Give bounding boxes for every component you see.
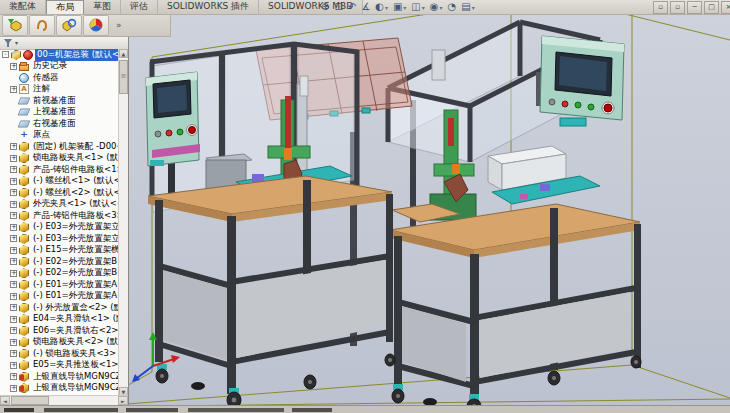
tree-vertical-scrollbar[interactable]: ▲ ▼: [118, 49, 128, 396]
tree-item[interactable]: +(-) E02=外壳放置架B<2: [0, 268, 119, 280]
tree-item[interactable]: +E05=夹具推送板<1>->: [0, 360, 119, 372]
filter-funnel-icon[interactable]: [3, 38, 13, 48]
expand-toggle[interactable]: +: [10, 155, 17, 162]
panel-button[interactable]: [562, 101, 568, 107]
expand-toggle[interactable]: +: [10, 270, 17, 277]
tab-4[interactable]: SOLIDWORKS 插件: [158, 0, 259, 14]
tree-item[interactable]: +(-) E01=外壳放置架A<1: [0, 279, 119, 291]
tab-0[interactable]: 装配体: [0, 0, 46, 14]
zoom-area-icon[interactable]: ⊡: [333, 1, 343, 14]
tree-item[interactable]: +锁电路板夹具<1> (默认: [0, 153, 119, 165]
panel-button[interactable]: [155, 131, 161, 137]
scroll-left-button[interactable]: ◄: [0, 396, 10, 405]
dropdown-arrow-icon[interactable]: ▾: [440, 4, 443, 11]
hide-show-items-icon[interactable]: ◉▾: [429, 1, 444, 14]
emergency-stop-button[interactable]: [189, 127, 196, 134]
tree-item[interactable]: +上视基准面: [0, 107, 119, 119]
emergency-stop-button[interactable]: [604, 104, 612, 112]
tab-3[interactable]: 评估: [121, 0, 158, 14]
tree-item[interactable]: +产品-铸铝件电路板<3>: [0, 210, 119, 222]
expand-toggle[interactable]: +: [10, 178, 17, 185]
tree-item[interactable]: +(-) E03=外壳放置架立柱: [0, 222, 119, 234]
dropdown-arrow-icon[interactable]: ▾: [422, 4, 425, 11]
tree-item[interactable]: +(-) 螺丝机<2> (默认<<默: [0, 187, 119, 199]
expand-toggle[interactable]: +: [10, 189, 17, 196]
dropdown-arrow-icon[interactable]: ▾: [385, 4, 388, 11]
tree-item[interactable]: +(-) 锁电路板夹具<3> (默: [0, 348, 119, 360]
panel-button[interactable]: [575, 102, 581, 108]
section-view-icon[interactable]: ◐▾: [374, 1, 389, 14]
minimize-window-button[interactable]: ─: [687, 1, 702, 14]
tree-item[interactable]: +A注解: [0, 84, 119, 96]
tree-item[interactable]: +传感器: [0, 72, 119, 84]
scroll-right-button[interactable]: ►: [118, 396, 128, 405]
right-control-panel[interactable]: [536, 36, 624, 126]
expand-toggle[interactable]: +: [10, 235, 17, 242]
expand-toggle[interactable]: +: [10, 224, 17, 231]
tree-item[interactable]: +E04=夹具滑轨<1> (默认: [0, 314, 119, 326]
tree-item[interactable]: +上银直线导轨MGN9CZ0: [0, 383, 119, 395]
tree-item[interactable]: +历史记录: [0, 61, 119, 73]
tree-item[interactable]: +(-) E15=外壳放置架横梁: [0, 245, 119, 257]
expand-toggle[interactable]: +: [10, 304, 17, 311]
tree-item[interactable]: +上银直线导轨MGN9CZ0: [0, 371, 119, 383]
tree-item[interactable]: +右视基准面: [0, 118, 119, 130]
scroll-up-button[interactable]: ▲: [119, 49, 128, 58]
mate-button[interactable]: [29, 15, 55, 36]
previous-view-icon[interactable]: ↶: [347, 1, 357, 14]
expand-toggle[interactable]: +: [10, 86, 17, 93]
panel-button[interactable]: [177, 129, 183, 135]
tree-item[interactable]: +(-) E01=外壳放置架A<2: [0, 291, 119, 303]
dropdown-arrow-icon[interactable]: ▾: [472, 4, 475, 11]
expand-toggle[interactable]: +: [10, 63, 17, 70]
expand-toggle[interactable]: +: [10, 212, 17, 219]
tree-item[interactable]: +(-) 外壳放置盒<2> (默认: [0, 302, 119, 314]
expand-toggle[interactable]: +: [10, 350, 17, 357]
tab-2[interactable]: 草图: [84, 0, 121, 14]
expand-toggle[interactable]: +: [10, 281, 17, 288]
expand-toggle[interactable]: +: [10, 258, 17, 265]
zoom-fit-icon[interactable]: ⊕: [320, 1, 330, 14]
edit-appearance-button[interactable]: [83, 15, 109, 36]
expand-toggle[interactable]: +: [10, 385, 17, 392]
view-orientation-icon[interactable]: ▣▾: [392, 1, 407, 14]
show-hidden-components-button[interactable]: [56, 15, 82, 36]
tree-item[interactable]: +E06=夹具滑轨右<2> (默: [0, 325, 119, 337]
edit-appearance-icon[interactable]: ◔: [447, 1, 458, 14]
scrollbar-thumb[interactable]: [11, 396, 49, 405]
panel-button[interactable]: [588, 104, 594, 110]
panel-button[interactable]: [166, 130, 172, 136]
display-style-icon[interactable]: ◫▾: [410, 1, 425, 14]
expand-toggle[interactable]: +: [10, 339, 17, 346]
close-window-button[interactable]: ×: [721, 1, 730, 14]
tree-item[interactable]: +(-) E03=外壳放置架立柱: [0, 233, 119, 245]
expand-toggle[interactable]: +: [10, 373, 17, 380]
doc-window-button-1[interactable]: ▫: [653, 1, 668, 14]
doc-window-button-2[interactable]: ▫: [670, 1, 685, 14]
expand-toggle[interactable]: +: [10, 293, 17, 300]
insert-components-button[interactable]: [2, 15, 28, 36]
toolbar-overflow-chevron[interactable]: »: [116, 20, 122, 30]
expand-toggle[interactable]: +: [10, 247, 17, 254]
scrollbar-thumb[interactable]: [119, 60, 128, 94]
tree-item[interactable]: +(-) E02=外壳放置架B<1: [0, 256, 119, 268]
tree-item[interactable]: +产品-铸铝件电路板<1>: [0, 164, 119, 176]
tree-item[interactable]: +外壳夹具<1> (默认<<默: [0, 199, 119, 211]
tree-item[interactable]: +(-) 螺丝机<1> (默认<<默: [0, 176, 119, 188]
expand-toggle[interactable]: -: [2, 51, 9, 58]
dropdown-arrow-icon[interactable]: ▾: [403, 4, 406, 11]
expand-toggle[interactable]: +: [10, 362, 17, 369]
measure-icon[interactable]: ∡: [360, 1, 371, 14]
tree-item[interactable]: +(固定) 机架装配 -D00<1: [0, 141, 119, 153]
tab-1[interactable]: 布局: [46, 0, 84, 14]
panel-button[interactable]: [549, 99, 555, 105]
filter-dropdown-arrow-icon[interactable]: ▾: [15, 39, 18, 46]
tree-item[interactable]: -00=机架总装 (默认<显示: [0, 49, 119, 61]
tree-item[interactable]: ++原点: [0, 130, 119, 142]
expand-toggle[interactable]: +: [10, 143, 17, 150]
expand-toggle[interactable]: +: [10, 201, 17, 208]
expand-toggle[interactable]: +: [10, 316, 17, 323]
tree-item[interactable]: +前视基准面: [0, 95, 119, 107]
expand-toggle[interactable]: +: [10, 166, 17, 173]
tree-item[interactable]: +锁电路板夹具<2> (默认: [0, 337, 119, 349]
